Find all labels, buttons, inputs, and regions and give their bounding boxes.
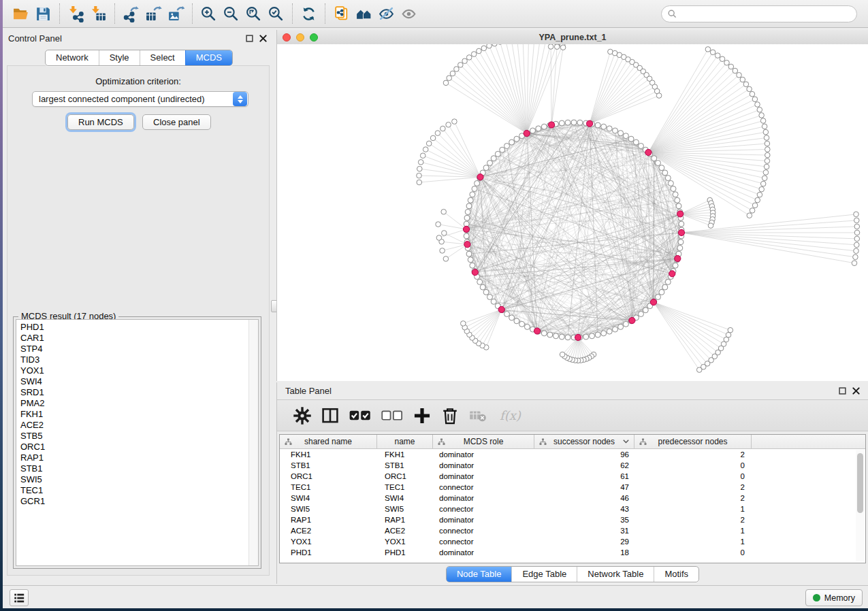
table-toolbar: f(x) <box>277 399 868 431</box>
float-panel-icon[interactable] <box>839 387 846 395</box>
list-item[interactable]: FKH1 <box>16 409 248 420</box>
select-stepper-icon <box>233 92 247 106</box>
list-item[interactable]: TEC1 <box>16 485 248 496</box>
refresh-view-button[interactable] <box>298 3 320 25</box>
scrollbar-thumb[interactable] <box>857 453 863 513</box>
table-row[interactable]: ACE2ACE2connector311 <box>280 525 854 536</box>
zoom-in-icon <box>200 5 217 22</box>
fx-icon: f(x) <box>497 408 524 423</box>
run-mcds-button[interactable]: Run MCDS <box>67 114 134 130</box>
open-file-button[interactable] <box>10 3 32 25</box>
delete-column-button[interactable] <box>441 407 459 425</box>
memory-button[interactable]: Memory <box>805 589 863 606</box>
list-item[interactable]: ACE2 <box>16 420 248 431</box>
table-scrollbar[interactable] <box>856 450 865 561</box>
save-session-button[interactable] <box>32 3 54 25</box>
show-panels-button[interactable] <box>10 589 29 606</box>
import-network-button[interactable] <box>65 3 87 25</box>
list-item[interactable]: RAP1 <box>16 452 248 463</box>
delete-table-button[interactable] <box>469 407 487 425</box>
list-item[interactable]: ORC1 <box>16 442 248 452</box>
zoom-fit-button[interactable] <box>242 3 265 25</box>
column-header-successor-nodes[interactable]: successor nodes <box>534 435 634 448</box>
deselect-all-button[interactable] <box>381 407 403 425</box>
show-all-button[interactable] <box>398 3 420 25</box>
table-row[interactable]: RAP1RAP1dominator352 <box>280 514 854 525</box>
tab-select[interactable]: Select <box>140 50 185 65</box>
mcds-tab-content: Optimization criterion: largest connecte… <box>7 65 270 576</box>
mcds-result-group: MCDS result (17 nodes) PHD1CAR1STP4TID3Y… <box>13 316 261 569</box>
list-item[interactable]: GCR1 <box>16 496 248 507</box>
tab-mcds[interactable]: MCDS <box>185 50 232 65</box>
list-item[interactable]: YOX1 <box>16 365 248 376</box>
export-image-icon <box>167 5 184 22</box>
list-item[interactable]: SWI5 <box>16 474 248 485</box>
table-row[interactable]: SWI5SWI5connector431 <box>280 503 854 514</box>
close-panel-icon[interactable] <box>852 387 860 395</box>
tab-style[interactable]: Style <box>99 50 140 65</box>
zoom-selected-button[interactable] <box>265 3 287 25</box>
network-canvas[interactable] <box>277 44 868 381</box>
list-item[interactable]: CAR1 <box>16 333 248 344</box>
tab-edge-table[interactable]: Edge Table <box>511 567 577 582</box>
memory-status-icon <box>813 594 820 601</box>
toolbar-separator <box>59 3 60 24</box>
column-type-icon <box>539 438 547 446</box>
zoom-out-button[interactable] <box>220 3 242 25</box>
search-icon <box>668 10 677 18</box>
columns-icon <box>321 407 339 425</box>
close-panel-button[interactable]: Close panel <box>142 114 211 130</box>
function-builder-button[interactable]: f(x) <box>497 407 524 425</box>
duplicate-network-icon <box>333 5 350 22</box>
column-header-name[interactable]: name <box>377 435 433 448</box>
unchecked-boxes-icon <box>381 410 403 421</box>
duplicate-network-button[interactable] <box>330 3 353 25</box>
show-columns-button[interactable] <box>321 407 339 425</box>
optimization-criterion-label: Optimization criterion: <box>7 76 269 86</box>
export-image-button[interactable] <box>165 3 187 25</box>
column-header-filler <box>752 435 865 448</box>
close-panel-icon[interactable] <box>259 35 267 42</box>
float-panel-icon[interactable] <box>246 35 253 42</box>
export-table-button[interactable] <box>142 3 165 25</box>
toolbar-separator <box>192 3 193 24</box>
column-header-predecessor-nodes[interactable]: predecessor nodes <box>634 435 752 448</box>
zoom-out-icon <box>223 5 240 22</box>
tab-network[interactable]: Network <box>46 50 99 65</box>
list-item[interactable]: STP4 <box>16 344 248 354</box>
tab-motifs[interactable]: Motifs <box>654 567 698 582</box>
list-item[interactable]: STB1 <box>16 463 248 474</box>
result-list-scrollbar[interactable] <box>248 320 258 565</box>
table-row[interactable]: TEC1TEC1connector472 <box>280 482 854 493</box>
table-row[interactable]: YOX1YOX1connector291 <box>280 536 854 547</box>
list-item[interactable]: STB5 <box>16 431 248 442</box>
table-row[interactable]: STB1STB1dominator620 <box>280 460 854 471</box>
import-table-button[interactable] <box>87 3 110 25</box>
tab-network-table[interactable]: Network Table <box>577 567 654 582</box>
optimization-criterion-select[interactable]: largest connected component (undirected) <box>32 91 248 107</box>
table-row[interactable]: ORC1ORC1dominator610 <box>280 471 854 482</box>
export-table-icon <box>145 5 162 22</box>
list-item[interactable]: SRD1 <box>16 387 248 398</box>
hide-selected-button[interactable] <box>375 3 398 25</box>
list-item[interactable]: SWI4 <box>16 376 248 387</box>
settings-gear-button[interactable] <box>293 407 311 425</box>
add-column-button[interactable] <box>413 407 431 425</box>
zoom-in-button[interactable] <box>197 3 220 25</box>
list-item[interactable]: PMA2 <box>16 398 248 409</box>
table-row[interactable]: SWI4SWI4dominator462 <box>280 493 854 503</box>
export-network-button[interactable] <box>120 3 142 25</box>
mcds-result-list[interactable]: PHD1CAR1STP4TID3YOX1SWI4SRD1PMA2FKH1ACE2… <box>16 319 259 566</box>
column-header-MCDS-role[interactable]: MCDS role <box>433 435 534 448</box>
list-item[interactable]: TID3 <box>16 354 248 365</box>
list-item[interactable]: PHD1 <box>16 322 248 333</box>
select-all-button[interactable] <box>349 407 371 425</box>
table-row[interactable]: FKH1FKH1dominator962 <box>280 449 854 460</box>
save-floppy-icon <box>35 5 52 22</box>
gear-icon <box>293 407 311 425</box>
first-neighbors-button[interactable] <box>353 3 375 25</box>
table-row[interactable]: PHD1PHD1dominator180 <box>280 547 854 558</box>
column-header-shared-name[interactable]: shared name <box>280 435 377 448</box>
tab-node-table[interactable]: Node Table <box>447 567 512 582</box>
search-input[interactable] <box>681 8 850 20</box>
